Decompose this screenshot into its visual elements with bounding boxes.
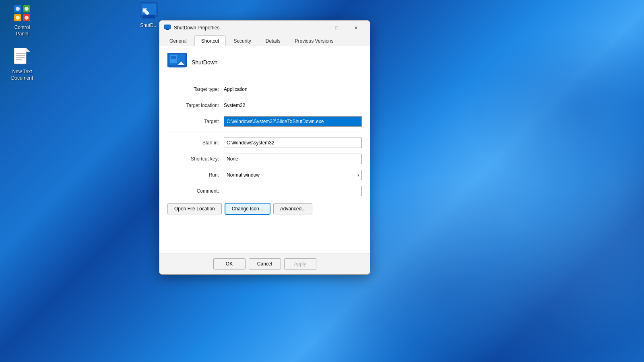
new-text-document-label: New Text Document xyxy=(8,69,37,81)
svg-point-7 xyxy=(25,16,29,20)
comment-row: Comment: xyxy=(167,185,362,197)
divider-1 xyxy=(167,132,362,132)
svg-rect-16 xyxy=(142,15,155,19)
comment-label: Comment: xyxy=(167,188,224,194)
advanced-button[interactable]: Advanced... xyxy=(273,203,312,214)
run-select[interactable]: Normal window xyxy=(224,170,362,180)
desktop-icon-new-text-doc[interactable]: New Text Document xyxy=(6,46,38,83)
tab-security[interactable]: Security xyxy=(227,35,258,46)
dialog-content: ShutDown Target type: Application Target… xyxy=(159,46,370,253)
svg-rect-20 xyxy=(166,29,169,30)
target-location-row: Target location: System32 xyxy=(167,100,362,111)
app-name: ShutDown xyxy=(192,59,218,66)
svg-point-4 xyxy=(16,7,20,11)
shutdown-desktop-label: ShutD... xyxy=(140,23,157,29)
dialog-footer: OK Cancel Apply xyxy=(159,253,370,274)
svg-rect-19 xyxy=(165,25,170,29)
open-file-location-button[interactable]: Open File Location xyxy=(167,203,222,214)
run-label: Run: xyxy=(167,172,224,178)
desktop: Control Panel New Text Document xyxy=(0,0,644,362)
tab-details[interactable]: Details xyxy=(259,35,287,46)
svg-rect-24 xyxy=(171,56,176,59)
tab-general[interactable]: General xyxy=(163,35,194,46)
target-row: Target: xyxy=(167,116,362,127)
svg-marker-9 xyxy=(26,48,30,52)
target-type-value: Application xyxy=(224,86,248,92)
title-bar-controls: ─ □ ✕ xyxy=(308,22,365,33)
target-label: Target: xyxy=(167,119,224,124)
dialog-title: ShutDown Properties xyxy=(174,25,308,31)
desktop-icon-control-panel[interactable]: Control Panel xyxy=(6,2,38,39)
maximize-button[interactable]: □ xyxy=(327,22,346,33)
target-location-label: Target location: xyxy=(167,103,224,108)
start-in-input[interactable] xyxy=(224,138,362,148)
comment-input[interactable] xyxy=(224,186,362,196)
title-bar-icon xyxy=(164,25,171,31)
run-select-wrapper: Normal window ▾ xyxy=(224,170,362,180)
control-panel-icon xyxy=(12,4,32,23)
app-icon-large xyxy=(167,53,187,72)
close-button[interactable]: ✕ xyxy=(347,22,365,33)
tab-shortcut[interactable]: Shortcut xyxy=(194,35,226,46)
shutdown-properties-dialog: ShutDown Properties ─ □ ✕ General Shortc… xyxy=(159,20,370,275)
apply-button[interactable]: Apply xyxy=(284,258,316,269)
shortcut-key-row: Shortcut key: xyxy=(167,153,362,165)
cancel-button[interactable]: Cancel xyxy=(249,258,281,269)
title-bar: ShutDown Properties ─ □ ✕ xyxy=(159,21,370,35)
shortcut-key-label: Shortcut key: xyxy=(167,156,224,162)
target-type-row: Target type: Application xyxy=(167,84,362,95)
tab-previous-versions[interactable]: Previous Versions xyxy=(288,35,340,46)
start-in-label: Start in: xyxy=(167,140,224,146)
shortcut-key-input[interactable] xyxy=(224,154,362,164)
start-in-row: Start in: xyxy=(167,137,362,148)
ok-button[interactable]: OK xyxy=(213,258,246,269)
shutdown-icon xyxy=(139,2,159,21)
dialog-spacer xyxy=(167,214,362,247)
svg-rect-8 xyxy=(14,48,26,64)
change-icon-button[interactable]: Change Icon... xyxy=(225,203,270,214)
minimize-button[interactable]: ─ xyxy=(308,22,326,33)
run-row: Run: Normal window ▾ xyxy=(167,169,362,181)
svg-rect-25 xyxy=(178,65,184,66)
svg-point-6 xyxy=(16,16,20,20)
tab-bar: General Shortcut Security Details Previo… xyxy=(159,35,370,46)
app-header: ShutDown xyxy=(167,53,362,77)
svg-point-5 xyxy=(25,7,29,11)
target-location-value: System32 xyxy=(224,103,245,108)
control-panel-label: Control Panel xyxy=(8,25,37,37)
document-icon xyxy=(12,48,32,67)
target-input[interactable] xyxy=(224,116,362,127)
buttons-row: Open File Location Change Icon... Advanc… xyxy=(167,203,362,214)
target-type-label: Target type: xyxy=(167,86,224,92)
